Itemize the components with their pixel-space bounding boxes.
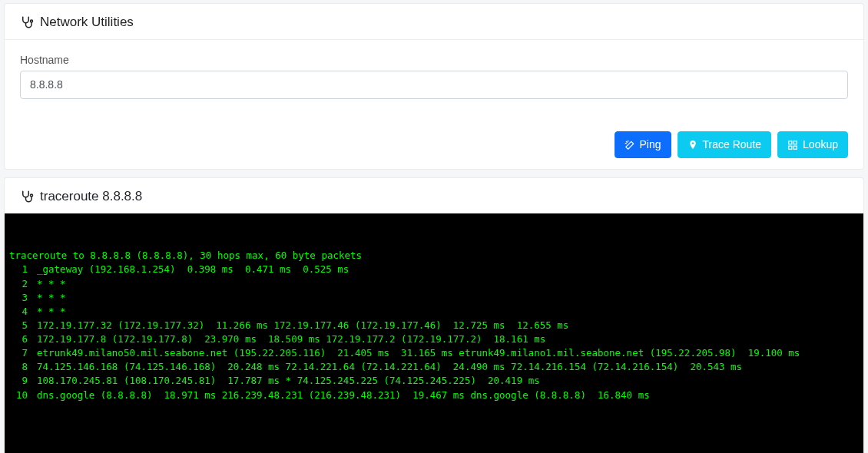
terminal-line: 2* * * xyxy=(9,277,859,291)
terminal-line: 6172.19.177.8 (172.19.177.8) 23.970 ms 1… xyxy=(9,332,859,346)
hop-text: 172.19.177.8 (172.19.177.8) 23.970 ms 18… xyxy=(29,332,545,346)
result-header: traceroute 8.8.8.8 xyxy=(5,178,863,213)
terminal-line: 5172.19.177.32 (172.19.177.32) 11.266 ms… xyxy=(9,319,859,332)
hop-number: 9 xyxy=(9,374,29,388)
terminal-line: 1_gateway (192.168.1.254) 0.398 ms 0.471… xyxy=(9,263,859,276)
resize-handle-icon xyxy=(853,450,862,453)
hop-text: etrunk49.milano50.mil.seabone.net (195.2… xyxy=(29,346,800,360)
hop-number: 6 xyxy=(9,332,29,346)
grid-icon xyxy=(787,140,798,150)
hop-text: _gateway (192.168.1.254) 0.398 ms 0.471 … xyxy=(29,263,349,276)
terminal-output[interactable]: traceroute to 8.8.8.8 (8.8.8.8), 30 hops… xyxy=(5,213,863,453)
ping-button[interactable]: Ping xyxy=(615,131,671,158)
svg-point-5 xyxy=(31,194,33,197)
hop-text: * * * xyxy=(29,291,66,305)
svg-rect-2 xyxy=(793,141,797,144)
hop-number: 10 xyxy=(9,389,29,402)
hostname-label: Hostname xyxy=(20,54,848,66)
card-body: Hostname xyxy=(5,40,863,99)
wand-icon xyxy=(624,140,635,150)
terminal-line: 4* * * xyxy=(9,305,859,319)
ping-button-label: Ping xyxy=(640,137,661,153)
terminal-line: 3* * * xyxy=(9,291,859,305)
terminal-line: 7etrunk49.milano50.mil.seabone.net (195.… xyxy=(9,346,859,360)
terminal-line: 10dns.google (8.8.8.8) 18.971 ms 216.239… xyxy=(9,389,859,402)
trace-route-button[interactable]: Trace Route xyxy=(678,131,772,158)
svg-point-0 xyxy=(31,20,33,22)
terminal-line: traceroute to 8.8.8.8 (8.8.8.8), 30 hops… xyxy=(9,249,859,263)
terminal-line: 9108.170.245.81 (108.170.245.81) 17.787 … xyxy=(9,374,859,388)
hop-text: 172.19.177.32 (172.19.177.32) 11.266 ms … xyxy=(29,319,568,332)
result-card: traceroute 8.8.8.8 traceroute to 8.8.8.8… xyxy=(4,177,864,453)
hop-text: * * * xyxy=(29,305,66,319)
svg-rect-4 xyxy=(793,146,797,149)
hop-number: 8 xyxy=(9,360,29,374)
hop-number: 3 xyxy=(9,291,29,305)
result-title: traceroute 8.8.8.8 xyxy=(40,189,142,204)
card-header: Network Utilities xyxy=(5,4,863,40)
stethoscope-icon xyxy=(20,15,34,29)
card-footer: Ping Trace Route xyxy=(5,121,863,169)
network-utilities-card: Network Utilities Hostname Ping xyxy=(4,3,864,170)
hop-number: 1 xyxy=(9,263,29,276)
hop-text: 108.170.245.81 (108.170.245.81) 17.787 m… xyxy=(29,374,540,388)
hostname-input[interactable] xyxy=(20,71,848,99)
card-title: Network Utilities xyxy=(40,15,134,30)
svg-rect-3 xyxy=(789,146,792,149)
hop-number: 5 xyxy=(9,319,29,332)
svg-rect-1 xyxy=(789,141,792,144)
hop-number: 2 xyxy=(9,277,29,291)
hop-text: 74.125.146.168 (74.125.146.168) 20.248 m… xyxy=(29,360,742,374)
trace-route-button-label: Trace Route xyxy=(703,137,762,153)
terminal-line: 874.125.146.168 (74.125.146.168) 20.248 … xyxy=(9,360,859,374)
pin-icon xyxy=(687,140,698,150)
lookup-button[interactable]: Lookup xyxy=(777,131,848,158)
hop-number: 4 xyxy=(9,305,29,319)
hop-number: 7 xyxy=(9,346,29,360)
hop-text: dns.google (8.8.8.8) 18.971 ms 216.239.4… xyxy=(29,389,650,402)
hop-text: * * * xyxy=(29,277,66,291)
stethoscope-icon xyxy=(20,190,34,203)
lookup-button-label: Lookup xyxy=(803,137,838,153)
